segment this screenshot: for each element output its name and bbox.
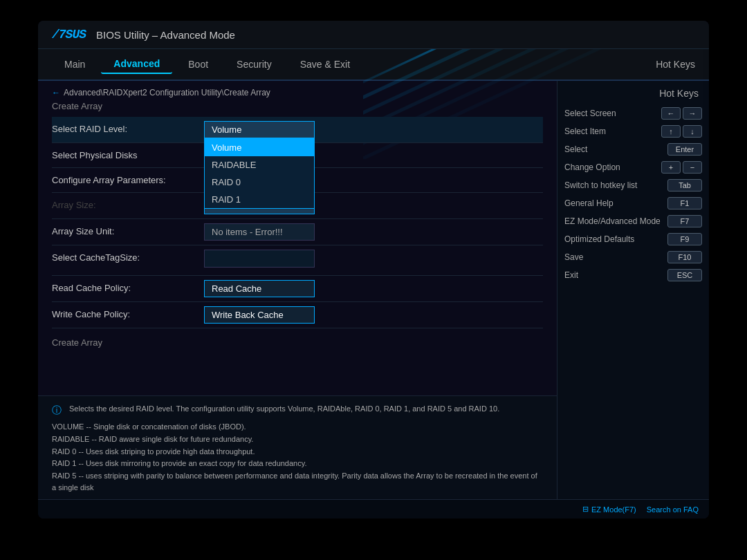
array-size-unit-label: Array Size Unit:	[52, 223, 204, 239]
ez-mode-icon: ⊟	[582, 505, 589, 514]
raid-level-trigger[interactable]: Volume	[204, 121, 315, 138]
read-cache-label: Read Cache Policy:	[52, 280, 204, 296]
key-f9[interactable]: F9	[667, 233, 702, 245]
cache-tag-field[interactable]	[204, 250, 315, 268]
array-params-label: Configure Array Parameters:	[52, 172, 204, 188]
hotkey-tab-desc: Switch to hotkey list	[564, 180, 662, 190]
config-row-array-size-unit: Array Size Unit: No items - Error!!!	[52, 219, 543, 245]
read-cache-field[interactable]: Read Cache	[204, 280, 315, 297]
key-f7[interactable]: F7	[667, 215, 702, 227]
nav-security[interactable]: Security	[224, 55, 284, 73]
config-row-write-cache: Write Cache Policy: Write Back Cache	[52, 302, 543, 328]
key-plus[interactable]: +	[661, 161, 681, 174]
key-tab[interactable]: Tab	[667, 179, 702, 192]
hotkey-change-option-desc: Change Option	[564, 162, 656, 172]
info-line-1: RAIDABLE -- RAID aware single disk for f…	[52, 433, 543, 446]
create-array-link[interactable]: Create Array	[52, 334, 543, 351]
config-row-raid-level: Select RAID Level: Volume Volume RAIDABL…	[52, 117, 543, 143]
cache-tag-label: Select CacheTagSize:	[52, 250, 204, 265]
hotkey-tab: Switch to hotkey list Tab	[564, 179, 702, 192]
nav-save-exit[interactable]: Save & Exit	[288, 55, 362, 73]
hotkey-f7-desc: EZ Mode/Advanced Mode	[564, 216, 662, 226]
hotkey-change-option-keys: + −	[661, 161, 702, 174]
array-size-label: Array Size:	[52, 197, 204, 213]
nav-main[interactable]: Main	[52, 55, 98, 73]
hotkey-f1-keys: F1	[667, 197, 702, 209]
config-row-read-cache: Read Cache Policy: Read Cache	[52, 276, 543, 302]
hotkey-esc-desc: Exit	[564, 270, 662, 280]
dropdown-item-raidable[interactable]: RAIDABLE	[205, 156, 314, 174]
hotkey-f9-desc: Optimized Defaults	[564, 234, 662, 244]
hotkey-f10: Save F10	[564, 251, 702, 263]
key-minus[interactable]: −	[683, 161, 702, 174]
breadcrumb-text: Advanced\RAIDXpert2 Configuration Utilit…	[64, 88, 270, 97]
raid-level-menu[interactable]: Volume RAIDABLE RAID 0 RAID 1	[204, 138, 315, 209]
nav-advanced[interactable]: Advanced	[101, 55, 172, 74]
bottom-bar: ⊟ EZ Mode(F7) Search on FAQ	[38, 499, 709, 519]
dropdown-item-raid1[interactable]: RAID 1	[205, 191, 314, 208]
hotkey-esc: Exit ESC	[564, 269, 702, 281]
search-faq-label: Search on FAQ	[647, 505, 699, 514]
info-icon: ⓘ	[52, 404, 62, 417]
write-cache-value[interactable]: Write Back Cache	[204, 306, 543, 324]
info-box: ⓘ Selects the desired RAID level. The co…	[38, 395, 557, 503]
key-f10[interactable]: F10	[667, 251, 702, 263]
raid-level-label: Select RAID Level:	[52, 121, 204, 137]
info-line-2: RAID 0 -- Uses disk striping to provide …	[52, 446, 543, 458]
info-line-0: VOLUME -- Single disk or concatenation o…	[52, 421, 543, 433]
cache-tag-value[interactable]	[204, 250, 543, 271]
bios-title: BIOS Utility – Advanced Mode	[96, 29, 235, 41]
config-row-cache-tag: Select CacheTagSize:	[52, 245, 543, 276]
write-cache-field[interactable]: Write Back Cache	[204, 306, 315, 324]
breadcrumb-arrow: ←	[52, 88, 60, 97]
array-size-unit-field: No items - Error!!!	[204, 223, 315, 241]
hotkey-f9-keys: F9	[667, 233, 702, 245]
section-title: Create Array	[52, 101, 543, 111]
raid-level-dropdown[interactable]: Volume Volume RAIDABLE RAID 0 RAID 1	[204, 121, 315, 138]
info-header-text: Selects the desired RAID level. The conf…	[69, 404, 499, 413]
hotkey-f10-keys: F10	[667, 251, 702, 263]
hotkey-f7: EZ Mode/Advanced Mode F7	[564, 215, 702, 227]
key-f1[interactable]: F1	[667, 197, 702, 209]
dropdown-item-volume[interactable]: Volume	[205, 139, 314, 156]
hotkey-f10-desc: Save	[564, 252, 662, 262]
ez-mode-link[interactable]: ⊟ EZ Mode(F7)	[582, 505, 636, 514]
array-size-unit-value: No items - Error!!!	[204, 223, 543, 241]
ez-mode-label: EZ Mode(F7)	[591, 505, 636, 514]
raid-level-selected: Volume	[212, 124, 241, 135]
hotkey-f1: General Help F1	[564, 197, 702, 209]
hotkey-f9: Optimized Defaults F9	[564, 233, 702, 245]
read-cache-value[interactable]: Read Cache	[204, 280, 543, 297]
hotkey-f7-keys: F7	[667, 215, 702, 227]
asus-logo: /7SUS	[52, 28, 86, 41]
dropdown-item-raid0[interactable]: RAID 0	[205, 174, 314, 191]
hotkey-esc-keys: ESC	[667, 269, 702, 281]
hotkey-f1-desc: General Help	[564, 198, 662, 208]
breadcrumb: ← Advanced\RAIDXpert2 Configuration Util…	[52, 88, 543, 97]
nav-boot[interactable]: Boot	[176, 55, 221, 73]
info-lines: VOLUME -- Single disk or concatenation o…	[52, 421, 543, 494]
physical-disks-label: Select Physical Disks	[52, 147, 204, 163]
content-area: ← Advanced\RAIDXpert2 Configuration Util…	[38, 81, 557, 503]
info-line-4: RAID 5 -- uses striping with parity to b…	[52, 470, 543, 494]
write-cache-label: Write Cache Policy:	[52, 306, 204, 322]
key-esc[interactable]: ESC	[667, 269, 702, 281]
search-faq-link[interactable]: Search on FAQ	[647, 505, 699, 514]
info-line-3: RAID 1 -- Uses disk mirroring to provide…	[52, 458, 543, 470]
raid-level-value[interactable]: Volume Volume RAIDABLE RAID 0 RAID 1	[204, 121, 543, 138]
hotkey-tab-keys: Tab	[667, 179, 702, 192]
hotkey-change-option: Change Option + −	[564, 161, 702, 174]
bios-header: /7SUS BIOS Utility – Advanced Mode	[38, 21, 709, 49]
